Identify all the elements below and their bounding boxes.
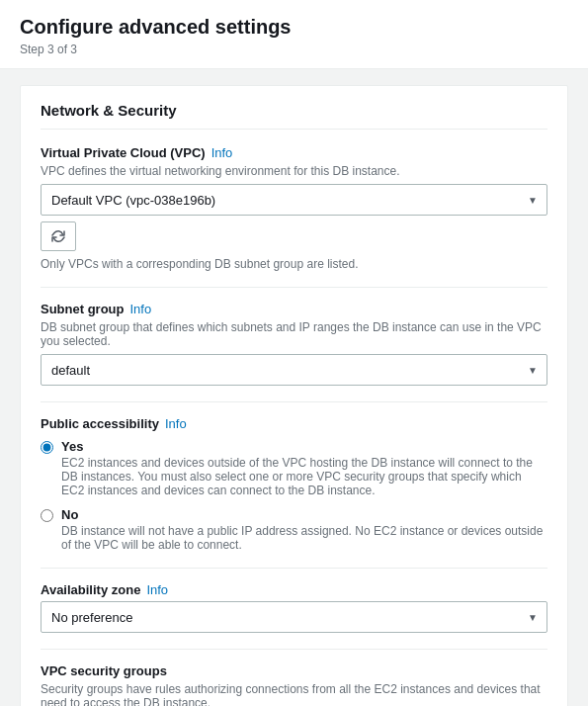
vpc-refresh-note: Only VPCs with a corresponding DB subnet… (41, 257, 547, 271)
vpc-label-row: Virtual Private Cloud (VPC) Info (41, 145, 547, 162)
availability-zone-label-row: Availability zone Info (41, 582, 547, 599)
page-title: Configure advanced settings (20, 16, 568, 39)
vpc-description: VPC defines the virtual networking envir… (41, 164, 547, 178)
subnet-label: Subnet group (41, 302, 125, 316)
vpc-info-link[interactable]: Info (211, 145, 233, 160)
subnet-info-link[interactable]: Info (130, 302, 152, 316)
section-title: Network & Security (41, 102, 547, 130)
vpc-refresh-button[interactable] (41, 221, 76, 251)
refresh-icon (51, 229, 65, 243)
vpc-security-groups-description: Security groups have rules authorizing c… (41, 682, 547, 706)
vpc-security-groups-label: VPC security groups (41, 663, 167, 678)
public-accessibility-no-option: No DB instance will not have a public IP… (41, 507, 547, 552)
vpc-field-group: Virtual Private Cloud (VPC) Info VPC def… (41, 145, 547, 271)
public-accessibility-no-radio[interactable] (41, 509, 53, 522)
vpc-security-groups-field-group: VPC security groups Security groups have… (41, 663, 547, 706)
subnet-select-wrapper: default ▼ (41, 354, 547, 386)
availability-zone-select-wrapper: No preference ▼ (41, 601, 547, 633)
public-accessibility-yes-radio[interactable] (41, 441, 53, 454)
divider-3 (41, 568, 547, 569)
public-accessibility-info-link[interactable]: Info (165, 416, 187, 431)
page-header: Configure advanced settings Step 3 of 3 (0, 0, 588, 69)
vpc-label: Virtual Private Cloud (VPC) (41, 145, 206, 160)
availability-zone-field-group: Availability zone Info No preference ▼ (41, 582, 547, 633)
public-accessibility-yes-content: Yes EC2 instances and devices outside of… (61, 439, 547, 497)
vpc-select-wrapper: Default VPC (vpc-038e196b) ▼ (41, 184, 547, 216)
divider-4 (41, 649, 547, 650)
divider-2 (41, 401, 547, 402)
public-accessibility-no-desc: DB instance will not have a public IP ad… (61, 524, 547, 552)
public-accessibility-no-label[interactable]: No (61, 507, 78, 522)
availability-zone-select[interactable]: No preference (41, 601, 547, 633)
availability-zone-info-link[interactable]: Info (146, 582, 168, 597)
public-accessibility-label: Public accessibility (41, 416, 159, 431)
public-accessibility-no-content: No DB instance will not have a public IP… (61, 507, 547, 552)
subnet-description: DB subnet group that defines which subne… (41, 320, 547, 348)
network-security-card: Network & Security Virtual Private Cloud… (20, 85, 568, 706)
step-indicator: Step 3 of 3 (20, 43, 568, 56)
subnet-select[interactable]: default (41, 354, 547, 386)
public-accessibility-yes-desc: EC2 instances and devices outside of the… (61, 456, 547, 497)
public-accessibility-field-group: Public accessibility Info Yes EC2 instan… (41, 416, 547, 552)
public-accessibility-yes-option: Yes EC2 instances and devices outside of… (41, 439, 547, 497)
availability-zone-label: Availability zone (41, 582, 140, 597)
divider-1 (41, 287, 547, 288)
vpc-select[interactable]: Default VPC (vpc-038e196b) (41, 184, 547, 216)
public-accessibility-yes-label[interactable]: Yes (61, 439, 83, 454)
main-content: Network & Security Virtual Private Cloud… (0, 69, 588, 706)
subnet-field-group: Subnet group Info DB subnet group that d… (41, 302, 547, 386)
public-accessibility-label-row: Public accessibility Info (41, 416, 547, 433)
subnet-label-row: Subnet group Info (41, 302, 547, 318)
public-accessibility-radio-group: Yes EC2 instances and devices outside of… (41, 439, 547, 552)
